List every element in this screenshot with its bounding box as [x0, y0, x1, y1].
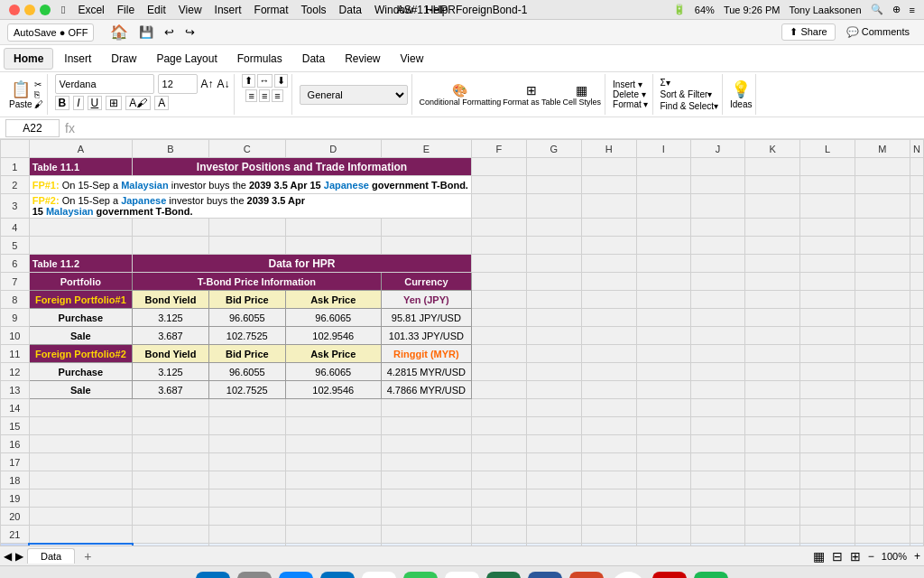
cell-f14[interactable] — [471, 399, 526, 417]
dock-word[interactable]: W — [528, 572, 562, 579]
cell-f3[interactable] — [471, 194, 526, 219]
cell-b4[interactable] — [133, 219, 209, 237]
cell-c13[interactable]: 102.7525 — [208, 381, 285, 399]
cell-a11[interactable]: Foreign Portfolio#2 — [29, 345, 132, 363]
cell-d9[interactable]: 96.6065 — [285, 309, 381, 327]
cell-m4[interactable] — [855, 219, 910, 237]
insert-button[interactable]: Insert ▾ Delete ▾ Format ▾ — [613, 79, 648, 109]
cell-i2[interactable] — [636, 176, 690, 194]
decrease-font-button[interactable]: A↓ — [217, 78, 230, 90]
cell-n18[interactable] — [910, 471, 924, 489]
cell-n6[interactable] — [910, 255, 924, 273]
cell-m22[interactable] — [855, 544, 910, 546]
cell-k9[interactable] — [745, 309, 800, 327]
cell-c16[interactable] — [208, 435, 285, 453]
cell-g11[interactable] — [526, 345, 581, 363]
cell-e20[interactable] — [381, 508, 471, 526]
cell-g12[interactable] — [526, 363, 581, 381]
cell-m16[interactable] — [855, 435, 910, 453]
cell-e16[interactable] — [381, 435, 471, 453]
cell-f1[interactable] — [471, 158, 526, 176]
cell-d21[interactable] — [285, 526, 381, 544]
col-header-e[interactable]: E — [381, 140, 471, 158]
dock-finder[interactable]: 🔵 — [196, 572, 230, 579]
cell-h14[interactable] — [581, 399, 636, 417]
scroll-right-icon[interactable]: ▶ — [15, 550, 23, 563]
font-size-input[interactable] — [158, 74, 198, 94]
view-page-icon[interactable]: ⊟ — [832, 549, 843, 564]
cell-i5[interactable] — [636, 237, 690, 255]
cell-g10[interactable] — [526, 327, 581, 345]
autosave-toggle[interactable]: AutoSave ● OFF — [7, 23, 94, 42]
redo-icon[interactable]: ↪ — [181, 23, 199, 41]
cell-g1[interactable] — [526, 158, 581, 176]
dock-chrome[interactable]: 🔵 — [611, 572, 645, 579]
cell-a1[interactable]: Table 11.1 — [29, 158, 132, 176]
cell-g4[interactable] — [526, 219, 581, 237]
cell-n11[interactable] — [910, 345, 924, 363]
cell-n13[interactable] — [910, 381, 924, 399]
cell-c9[interactable]: 96.6055 — [208, 309, 285, 327]
cell-j5[interactable] — [690, 237, 745, 255]
dock-excel[interactable]: X — [486, 572, 521, 579]
cell-b7[interactable]: T-Bond Price Information — [133, 273, 382, 291]
tab-formulas[interactable]: Formulas — [228, 49, 291, 69]
cell-d11[interactable]: Ask Price — [285, 345, 381, 363]
scroll-left-icon[interactable]: ◀ — [4, 550, 12, 563]
cell-a7[interactable]: Portfolio — [29, 273, 132, 291]
menu-data[interactable]: Data — [339, 4, 362, 16]
cell-e10[interactable]: 101.33 JPY/USD — [381, 327, 471, 345]
cell-n20[interactable] — [910, 508, 924, 526]
menu-format[interactable]: Format — [254, 4, 289, 16]
cell-d14[interactable] — [285, 399, 381, 417]
cell-d22[interactable] — [285, 544, 381, 546]
dock-mail[interactable]: ✉️ — [320, 572, 355, 579]
cell-f15[interactable] — [471, 417, 526, 435]
cell-h21[interactable] — [581, 526, 636, 544]
cell-l2[interactable] — [800, 176, 855, 194]
align-bottom-button[interactable]: ⬇ — [274, 74, 288, 88]
cell-d16[interactable] — [285, 435, 381, 453]
cell-m18[interactable] — [855, 471, 910, 489]
menu-excel[interactable]: Excel — [78, 4, 104, 16]
cell-i9[interactable] — [636, 309, 690, 327]
cell-j7[interactable] — [690, 273, 745, 291]
cell-g16[interactable] — [526, 435, 581, 453]
cell-g13[interactable] — [526, 381, 581, 399]
cell-b16[interactable] — [133, 435, 209, 453]
cell-j15[interactable] — [690, 417, 745, 435]
cell-e11[interactable]: Ringgit (MYR) — [381, 345, 471, 363]
cell-i1[interactable] — [636, 158, 690, 176]
add-sheet-button[interactable]: + — [79, 548, 97, 564]
cell-e19[interactable] — [381, 489, 471, 508]
cell-j3[interactable] — [690, 194, 745, 219]
cell-h15[interactable] — [581, 417, 636, 435]
col-header-d[interactable]: D — [285, 140, 381, 158]
cell-k19[interactable] — [745, 489, 800, 508]
cell-i12[interactable] — [636, 363, 690, 381]
cell-m9[interactable] — [855, 309, 910, 327]
cell-l3[interactable] — [800, 194, 855, 219]
cell-h9[interactable] — [581, 309, 636, 327]
cell-n22[interactable] — [910, 544, 924, 546]
dock-spotify[interactable]: 🎵 — [694, 572, 728, 579]
cell-i13[interactable] — [636, 381, 690, 399]
zoom-in-button[interactable]: + — [914, 550, 920, 563]
cell-k12[interactable] — [745, 363, 800, 381]
cell-a9[interactable]: Purchase — [29, 309, 132, 327]
cell-h5[interactable] — [581, 237, 636, 255]
cell-h3[interactable] — [581, 194, 636, 219]
cell-h18[interactable] — [581, 471, 636, 489]
cell-h7[interactable] — [581, 273, 636, 291]
cell-h22[interactable] — [581, 544, 636, 546]
cell-e17[interactable] — [381, 453, 471, 471]
cell-k8[interactable] — [745, 291, 800, 309]
cell-h6[interactable] — [581, 255, 636, 273]
cell-l16[interactable] — [800, 435, 855, 453]
cell-f19[interactable] — [471, 489, 526, 508]
cell-j21[interactable] — [690, 526, 745, 544]
cell-b21[interactable] — [133, 526, 209, 544]
menu-insert[interactable]: Insert — [215, 4, 242, 16]
cell-k4[interactable] — [745, 219, 800, 237]
tab-draw[interactable]: Draw — [102, 49, 145, 69]
